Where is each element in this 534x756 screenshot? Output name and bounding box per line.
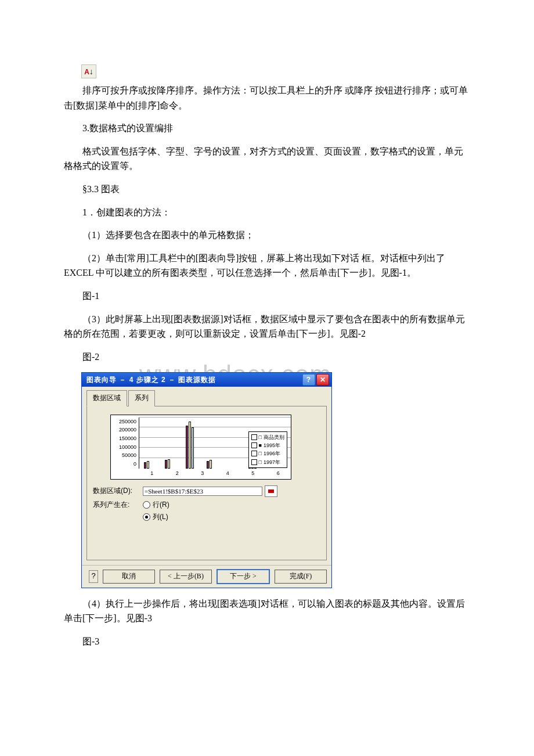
- paragraph: （2）单击[常用]工具栏中的[图表向导]按钮，屏幕上将出现如下对话 框。对话框中…: [64, 251, 470, 280]
- figure-caption: 图-3: [64, 634, 470, 649]
- dialog-button-row: ? 取消 < 上一步(B) 下一步 > 完成(F): [82, 565, 331, 588]
- figure-caption: 图-1: [64, 289, 470, 304]
- paragraph: 排序可按升序或按降序排序。操作方法：可以按工具栏上的升序 或降序 按钮进行排序；…: [64, 83, 470, 113]
- paragraph: 3.数据格式的设置编排: [64, 121, 470, 136]
- collapse-dialog-icon[interactable]: [265, 485, 277, 497]
- section-heading: §3.3 图表: [64, 182, 470, 197]
- chart-preview: 250000 200000 150000 100000 50000 0 1 2 …: [110, 415, 291, 480]
- chart-y-axis: 250000 200000 150000 100000 50000 0: [111, 415, 139, 479]
- paragraph: 格式设置包括字体、字型、字号的设置，对齐方式的设置、页面设置，数字格式的设置，单…: [64, 144, 470, 174]
- radio-icon: [143, 513, 150, 521]
- tab-series[interactable]: 系列: [128, 390, 155, 406]
- paragraph: （1）选择要包含在图表中的单元格数据；: [64, 228, 470, 243]
- next-button[interactable]: 下一步 >: [217, 569, 270, 584]
- radio-icon: [143, 501, 150, 509]
- range-label: 数据区域(D):: [93, 485, 143, 496]
- tab-data-range[interactable]: 数据区域: [86, 390, 127, 406]
- tab-panel: 250000 200000 150000 100000 50000 0 1 2 …: [86, 406, 327, 560]
- paragraph: （3）此时屏幕上出现[图表数据源]对话框，数据区域中显示了要包含在图表中的所有数…: [64, 312, 470, 341]
- sort-ascending-icon: A↓: [81, 64, 96, 78]
- context-help-icon[interactable]: ?: [89, 570, 98, 583]
- chart-x-axis: 1 2 3 4 5 6: [139, 469, 291, 477]
- paragraph: 1．创建图表的方法：: [64, 205, 470, 220]
- dialog-tabs: 数据区域 系列: [82, 387, 331, 406]
- help-icon[interactable]: ?: [302, 374, 315, 386]
- finish-button[interactable]: 完成(F): [275, 570, 327, 584]
- series-in-label: 系列产生在:: [93, 499, 143, 510]
- figure-caption: 图-2: [64, 350, 470, 365]
- radio-row[interactable]: 行(R): [143, 499, 169, 510]
- dialog-title: 图表向导 － 4 步骤之 2 － 图表源数据: [86, 375, 301, 386]
- radio-column[interactable]: 列(L): [143, 512, 169, 523]
- chart-wizard-dialog: 图表向导 － 4 步骤之 2 － 图表源数据 ? ✕ 数据区域 系列 25000…: [81, 372, 332, 588]
- cancel-button[interactable]: 取消: [103, 570, 155, 584]
- data-range-input[interactable]: [143, 487, 262, 496]
- close-icon[interactable]: ✕: [316, 374, 329, 386]
- chart-legend: □商品类别 ■1995年 □1996年 □1997年: [248, 431, 287, 469]
- back-button[interactable]: < 上一步(B): [160, 570, 212, 584]
- paragraph: （4）执行上一步操作后，将出现[图表选项]对话框，可以输入图表的标题及其他内容。…: [64, 596, 470, 626]
- dialog-titlebar[interactable]: 图表向导 － 4 步骤之 2 － 图表源数据 ? ✕: [82, 373, 331, 387]
